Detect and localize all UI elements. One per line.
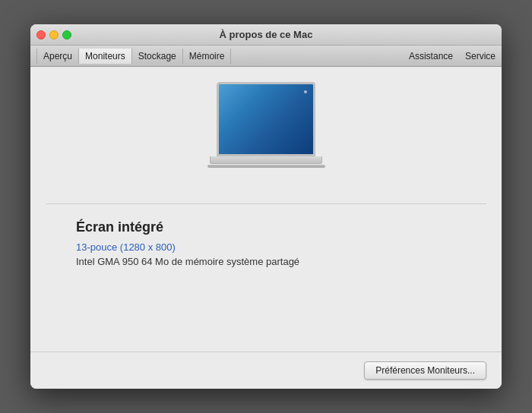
toolbar: Aperçu Moniteurs Stockage Mémoire Assist… (30, 46, 502, 67)
laptop-foot (207, 165, 325, 168)
traffic-lights (30, 30, 71, 39)
assistance-link[interactable]: Assistance (409, 51, 453, 61)
laptop-screen (217, 82, 315, 156)
bottom-bar: Préférences Moniteurs... (30, 352, 502, 389)
window-title: À propos de ce Mac (220, 29, 313, 40)
maximize-button[interactable] (62, 30, 71, 39)
tab-stockage[interactable]: Stockage (132, 49, 183, 64)
toolbar-right: Assistance Service (409, 51, 496, 61)
monitor-image (205, 82, 327, 181)
tab-group: Aperçu Moniteurs Stockage Mémoire (36, 49, 409, 64)
monitor-info: Écran intégré 13-pouce (1280 x 800) Inte… (46, 219, 486, 270)
laptop-display (219, 84, 313, 154)
service-link[interactable]: Service (465, 51, 496, 61)
monitor-size: 13-pouce (1280 x 800) (76, 241, 456, 253)
monitor-spec: Intel GMA 950 64 Mo de mémoire système p… (76, 256, 456, 267)
monitor-name: Écran intégré (76, 219, 456, 235)
divider (46, 203, 486, 204)
tab-memoire[interactable]: Mémoire (183, 49, 232, 64)
minimize-button[interactable] (49, 30, 59, 39)
close-button[interactable] (36, 30, 46, 39)
laptop-base (210, 156, 322, 164)
main-window: À propos de ce Mac Aperçu Moniteurs Stoc… (30, 24, 502, 389)
titlebar: À propos de ce Mac (30, 24, 502, 46)
content-area: Écran intégré 13-pouce (1280 x 800) Inte… (30, 67, 502, 352)
tab-moniteurs[interactable]: Moniteurs (79, 49, 132, 64)
tab-apercu[interactable]: Aperçu (36, 49, 79, 64)
preferences-button[interactable]: Préférences Moniteurs... (364, 361, 486, 380)
